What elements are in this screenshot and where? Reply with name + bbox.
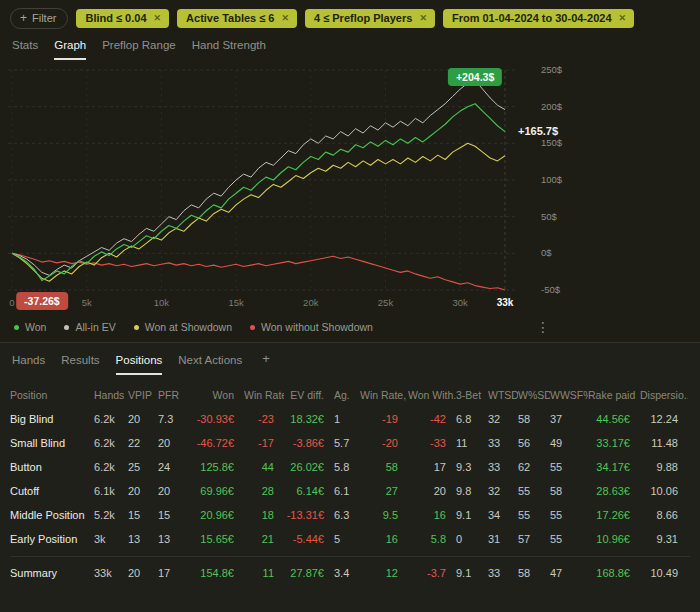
- column-header-won[interactable]: Won: [190, 389, 244, 401]
- column-header-vpip[interactable]: VPIP: [128, 389, 158, 401]
- stat-cell: 11: [244, 567, 284, 579]
- stat-cell: 9.8: [456, 485, 488, 497]
- stat-cell: 22: [128, 437, 158, 449]
- stat-cell: 168.8€: [588, 567, 640, 579]
- stat-cell: 69.96€: [190, 485, 244, 497]
- svg-text:5k: 5k: [82, 297, 92, 308]
- stat-cell: 28.63€: [588, 485, 640, 497]
- column-header-win-rate[interactable]: Win Rate ...: [244, 389, 284, 401]
- stat-cell: 1: [334, 413, 360, 425]
- active-filters: Blind ≤ 0.04✕Active Tables ≤ 6✕4 ≤ Prefl…: [76, 9, 634, 28]
- stat-cell: 5.7: [334, 437, 360, 449]
- column-header-dispersio[interactable]: Dispersio...: [640, 389, 688, 401]
- filter-pill[interactable]: Blind ≤ 0.04✕: [76, 9, 169, 28]
- filter-pill-label: Blind ≤ 0.04: [85, 12, 146, 24]
- subtab-hands[interactable]: Hands: [12, 354, 45, 375]
- remove-filter-icon[interactable]: ✕: [281, 13, 289, 23]
- legend-label: All-in EV: [75, 321, 115, 333]
- tab-graph[interactable]: Graph: [54, 39, 86, 60]
- add-tab-button[interactable]: +: [262, 351, 270, 375]
- graph-section: + Filter Blind ≤ 0.04✕Active Tables ≤ 6✕…: [0, 0, 700, 342]
- column-header-3-bet[interactable]: 3-Bet: [456, 389, 488, 401]
- tab-hand-strength[interactable]: Hand Strength: [192, 39, 266, 60]
- stat-cell: 9.88: [640, 461, 688, 473]
- more-options-icon[interactable]: ⋮: [536, 319, 550, 335]
- stat-cell: 6.2k: [94, 413, 128, 425]
- column-header-position[interactable]: Position: [10, 389, 94, 401]
- column-header-win-rate[interactable]: Win Rate, ...: [360, 389, 408, 401]
- filter-pill[interactable]: 4 ≤ Preflop Players✕: [305, 9, 435, 28]
- stat-cell: 154.8€: [190, 567, 244, 579]
- stat-cell: 13: [158, 533, 190, 545]
- table-row[interactable]: Big Blind6.2k207.3-30.93€-2318.32€1-19-4…: [10, 407, 690, 431]
- column-header-wtsd[interactable]: WTSD: [488, 389, 518, 401]
- table-row[interactable]: Middle Position5.2k151520.96€18-13.31€6.…: [10, 503, 690, 527]
- svg-text:15k: 15k: [228, 297, 244, 308]
- stat-cell: 55: [550, 533, 588, 545]
- stat-cell: 8.66: [640, 509, 688, 521]
- stat-cell: 55: [518, 509, 550, 521]
- subtab-results[interactable]: Results: [61, 354, 99, 375]
- filter-pill[interactable]: From 01-04-2024 to 30-04-2024✕: [443, 9, 634, 28]
- svg-text:200$: 200$: [541, 101, 563, 112]
- svg-text:50$: 50$: [541, 211, 558, 222]
- column-header-won-with[interactable]: Won With...: [408, 389, 456, 401]
- stat-cell: 58: [360, 461, 408, 473]
- column-header-w-sd[interactable]: W%SD: [518, 389, 550, 401]
- legend-item[interactable]: All-in EV: [64, 321, 115, 333]
- svg-text:33k: 33k: [497, 297, 514, 308]
- stat-cell: 33: [488, 461, 518, 473]
- stat-cell: 55: [518, 485, 550, 497]
- stat-cell: 34: [488, 509, 518, 521]
- tab-stats[interactable]: Stats: [12, 39, 38, 60]
- legend-item[interactable]: Won: [14, 321, 46, 333]
- column-header-ag[interactable]: Ag.: [334, 389, 360, 401]
- positions-table: PositionHandsVPIPPFRWonWin Rate ...EV di…: [0, 375, 700, 585]
- stat-cell: -3.86€: [284, 437, 334, 449]
- stat-cell: 11: [456, 437, 488, 449]
- column-header-pfr[interactable]: PFR: [158, 389, 190, 401]
- legend-dot: [14, 325, 19, 330]
- table-row[interactable]: Early Position3k131315.65€21-5.44€5165.8…: [10, 527, 690, 551]
- stat-cell: 12: [360, 567, 408, 579]
- stat-cell: 13: [128, 533, 158, 545]
- tab-preflop-range[interactable]: Preflop Range: [102, 39, 176, 60]
- stat-cell: 27: [360, 485, 408, 497]
- stat-cell: 15: [128, 509, 158, 521]
- column-header-ev-diff[interactable]: EV diff.: [284, 389, 334, 401]
- legend-item[interactable]: Won without Showdown: [250, 321, 373, 333]
- stat-cell: 58: [518, 567, 550, 579]
- column-header-rake-paid[interactable]: Rake paid: [588, 389, 640, 401]
- summary-divider: [10, 556, 690, 557]
- stat-cell: 57: [518, 533, 550, 545]
- remove-filter-icon[interactable]: ✕: [419, 13, 427, 23]
- svg-text:0$: 0$: [541, 247, 552, 258]
- legend-item[interactable]: Won at Showdown: [134, 321, 232, 333]
- stat-cell: 20: [158, 485, 190, 497]
- stat-cell: 6.8: [456, 413, 488, 425]
- table-row[interactable]: Cutoff6.1k202069.96€286.14€6.127209.8325…: [10, 479, 690, 503]
- stat-cell: 16: [360, 533, 408, 545]
- remove-filter-icon[interactable]: ✕: [154, 13, 162, 23]
- column-header-wwsf[interactable]: WWSF%: [550, 389, 588, 401]
- stat-cell: 47: [550, 567, 588, 579]
- column-header-hands[interactable]: Hands: [94, 389, 128, 401]
- stat-cell: 58: [518, 413, 550, 425]
- stat-cell: 9.31: [640, 533, 688, 545]
- stat-cell: 5.2k: [94, 509, 128, 521]
- table-row[interactable]: Button6.2k2524125.8€4426.02€5.858179.333…: [10, 455, 690, 479]
- filter-pill-label: Active Tables ≤ 6: [186, 12, 274, 24]
- subtab-positions[interactable]: Positions: [116, 354, 163, 375]
- legend-dot: [64, 325, 69, 330]
- position-cell: Summary: [10, 567, 94, 579]
- stats-section: HandsResultsPositionsNext Actions+ Posit…: [0, 343, 700, 585]
- chart-badge: -37.26$: [16, 292, 68, 310]
- filter-pill[interactable]: Active Tables ≤ 6✕: [177, 9, 297, 28]
- stat-cell: 125.8€: [190, 461, 244, 473]
- remove-filter-icon[interactable]: ✕: [619, 13, 627, 23]
- filter-button[interactable]: + Filter: [10, 8, 68, 29]
- summary-row[interactable]: Summary33k2017154.8€1127.87€3.412-3.79.1…: [10, 561, 690, 585]
- subtab-next-actions[interactable]: Next Actions: [178, 354, 242, 375]
- chart-end-value: +165.7$: [518, 125, 558, 137]
- table-row[interactable]: Small Blind6.2k2220-46.72€-17-3.86€5.7-2…: [10, 431, 690, 455]
